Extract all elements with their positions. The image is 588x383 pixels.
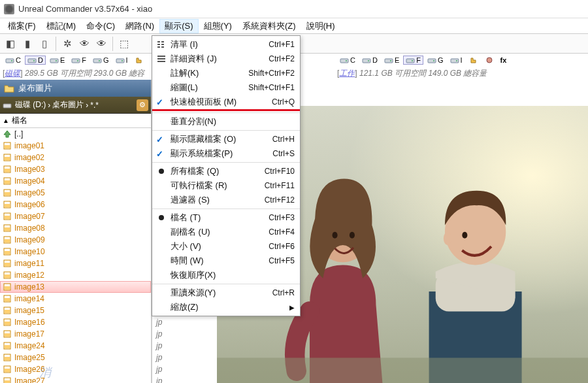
shortcut-label: Ctrl+F2 [269, 54, 295, 63]
image-file-icon [3, 294, 12, 303]
drive-F[interactable]: F [69, 56, 89, 65]
drive-label: G [103, 56, 109, 64]
file-row[interactable]: Image03 [0, 163, 151, 175]
menu-item[interactable]: 可執行檔案 (R)Ctrl+F11 [152, 178, 300, 193]
menu-item[interactable]: 詳細資料 (J)Ctrl+F2 [152, 52, 300, 66]
menu-item[interactable]: 恢復順序(X) [152, 268, 300, 282]
menu-網路(N)[interactable]: 網路(N) [120, 19, 159, 33]
drive-extra-0[interactable] [132, 56, 146, 65]
menu-檔案(F)[interactable]: 檔案(F) [3, 19, 41, 33]
image-file-icon [3, 141, 12, 150]
file-row[interactable]: Image05 [0, 187, 151, 199]
ext-cell: jp [152, 328, 218, 340]
file-row[interactable]: Image04 [0, 175, 151, 187]
breadcrumb-item[interactable]: 桌布圖片 [50, 99, 86, 110]
menu-命令(C)[interactable]: 命令(C) [81, 19, 120, 33]
menu-item[interactable]: 垂直分割(N) [152, 114, 300, 129]
menu-顯示(S)[interactable]: 顯示(S) [159, 19, 198, 33]
menu-item[interactable]: 縮放(Z)▶ [152, 300, 300, 314]
svg-rect-21 [428, 59, 436, 63]
file-row[interactable]: Image10 [0, 246, 151, 258]
file-row[interactable]: image13 [0, 281, 151, 293]
drive-G[interactable]: G [425, 56, 446, 65]
file-row[interactable]: Image16 [0, 316, 151, 328]
svg-rect-90 [157, 56, 165, 57]
path-bar[interactable]: 磁碟 (D:) › 桌布圖片 › *.* ⚙ [0, 97, 151, 114]
breadcrumb-item[interactable]: *.* [88, 101, 101, 110]
check-icon: ✓ [156, 149, 163, 159]
drive-C[interactable]: C [3, 56, 24, 65]
svg-rect-52 [5, 286, 10, 290]
toolbar-btn-7[interactable]: ⬚ [116, 36, 132, 52]
menu-item[interactable]: 清單 (I)Ctrl+F1 [152, 37, 300, 52]
drive-I[interactable]: I [113, 56, 131, 65]
breadcrumb-item[interactable]: 磁碟 (D:) [13, 99, 48, 110]
drive-G[interactable]: G [90, 56, 112, 65]
svg-rect-86 [157, 46, 160, 48]
svg-rect-2 [28, 59, 36, 63]
menu-標記(M)[interactable]: 標記(M) [41, 19, 82, 33]
toolbar-btn-2[interactable]: ▮ [20, 36, 35, 52]
menu-說明(H)[interactable]: 說明(H) [301, 19, 340, 33]
file-row[interactable]: image02 [0, 152, 151, 163]
drive-F[interactable]: F [403, 56, 423, 65]
disk-name[interactable]: 工作 [339, 68, 355, 79]
menu-item[interactable]: ✓顯示隱藏檔案 (O)Ctrl+H [152, 132, 300, 146]
drive-extra-0[interactable] [466, 56, 481, 65]
menu-item[interactable]: 時間 (W)Ctrl+F5 [152, 254, 300, 268]
drive-D[interactable]: D [359, 56, 380, 65]
disk-name[interactable]: 磁碟 [5, 68, 20, 79]
shortcut-label: Ctrl+Q [272, 97, 295, 107]
file-row[interactable]: Image07 [0, 210, 151, 222]
shortcut-label: Ctrl+F4 [269, 227, 295, 237]
menu-item[interactable]: ✓顯示系統檔案(P)Ctrl+S [152, 146, 300, 161]
toolbar-btn-3[interactable]: ▯ [37, 36, 52, 52]
file-list[interactable]: [..]image01image02Image03Image04Image05I… [0, 128, 151, 383]
drive-E[interactable]: E [382, 56, 402, 65]
menu-item[interactable]: 註解(K)Shift+Ctrl+F2 [152, 66, 300, 80]
tab-strip-left[interactable]: 桌布圖片 [0, 80, 151, 97]
menu-系統資料夾(Z)[interactable]: 系統資料夾(Z) [237, 19, 301, 33]
menu-item[interactable]: ✓快速檢視面板 (M)Ctrl+Q [152, 95, 300, 109]
drive-extra-1[interactable] [482, 56, 497, 65]
image-file-icon [3, 282, 12, 291]
file-row[interactable]: image15 [0, 305, 151, 316]
file-row[interactable]: Image08 [0, 222, 151, 234]
file-row[interactable]: image14 [0, 293, 151, 305]
drive-D[interactable]: D [25, 56, 46, 65]
toolbar-btn-1[interactable]: ◧ [3, 36, 18, 52]
toolbar-btn-6[interactable]: 👁 [93, 36, 109, 52]
menu-item[interactable]: 副檔名 (U)Ctrl+F4 [152, 225, 300, 239]
menu-item[interactable]: 檔名 (T)Ctrl+F3 [152, 210, 300, 225]
file-row[interactable]: image11 [0, 258, 151, 269]
column-header[interactable]: ▲ 檔名 [0, 114, 151, 128]
menu-item[interactable]: 大小 (V)Ctrl+F6 [152, 239, 300, 254]
file-row[interactable]: Image26 [0, 363, 151, 375]
menu-item[interactable]: 縮圖(L)Shift+Ctrl+F1 [152, 80, 300, 95]
file-row[interactable]: Image25 [0, 352, 151, 363]
path-options-icon[interactable]: ⚙ [137, 99, 148, 111]
file-row[interactable]: image01 [0, 140, 151, 152]
drive-C[interactable]: C [337, 56, 358, 65]
menu-item-label: 副檔名 (U) [171, 226, 210, 238]
file-row[interactable]: [..] [0, 128, 151, 140]
file-row[interactable]: Image27 [0, 375, 151, 383]
shortcut-label: Shift+Ctrl+F2 [248, 69, 295, 78]
menu-item[interactable]: 所有檔案 (Q)Ctrl+F10 [152, 164, 300, 178]
menu-item[interactable]: 過濾器 (S)Ctrl+F12 [152, 193, 300, 207]
image-file-icon [3, 353, 12, 362]
file-row[interactable]: Image24 [0, 340, 151, 352]
drive-fx[interactable]: fx [498, 56, 510, 65]
toolbar-btn-5[interactable]: 👁 [76, 36, 92, 52]
file-row[interactable]: image17 [0, 328, 151, 340]
menu-組態(Y)[interactable]: 組態(Y) [199, 19, 237, 33]
check-icon: ✓ [156, 97, 163, 107]
drive-E[interactable]: E [47, 56, 67, 65]
menu-item[interactable]: 重讀來源(Y)Ctrl+R [152, 286, 300, 300]
file-row[interactable]: image12 [0, 269, 151, 281]
toolbar-btn-4[interactable]: ✲ [59, 36, 75, 52]
drive-I[interactable]: I [448, 56, 465, 65]
file-row[interactable]: Image06 [0, 199, 151, 210]
image-file-icon [3, 153, 12, 162]
file-row[interactable]: Image09 [0, 234, 151, 246]
